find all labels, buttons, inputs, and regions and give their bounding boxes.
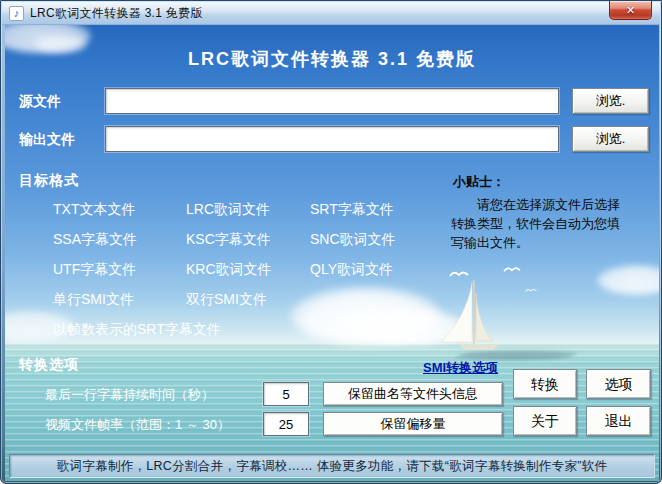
last-line-duration-label: 最后一行字幕持续时间（秒）: [45, 386, 214, 404]
exit-button[interactable]: 退出: [586, 406, 651, 436]
window-title: LRC歌词文件转换器 3.1 免费版: [30, 5, 203, 22]
format-option-smi-single[interactable]: 单行SMI文件: [53, 291, 186, 321]
format-option-lrc[interactable]: LRC歌词文件: [186, 201, 310, 231]
frame-rate-label: 视频文件帧率（范围：1 ～ 30）: [45, 416, 230, 434]
output-file-label: 输出文件: [19, 131, 75, 149]
format-options-grid: TXT文本文件 LRC歌词文件 SRT字幕文件 SSA字幕文件 KSC字幕文件 …: [53, 201, 473, 351]
title-bar: ♪ LRC歌词文件转换器 3.1 免费版: [2, 2, 660, 25]
cloud-decor: [597, 265, 659, 295]
tips-heading: 小贴士：: [453, 173, 505, 191]
format-option-txt[interactable]: TXT文本文件: [53, 201, 186, 231]
format-option-utf[interactable]: UTF字幕文件: [53, 261, 186, 291]
frame-rate-input[interactable]: [263, 412, 309, 436]
format-option-qly[interactable]: QLY歌词文件: [310, 261, 473, 291]
source-browse-button[interactable]: 浏览.: [572, 88, 649, 114]
keep-header-info-button[interactable]: 保留曲名等文件头信息: [323, 382, 503, 406]
options-button[interactable]: 选项: [586, 369, 651, 399]
source-file-input[interactable]: [105, 88, 559, 114]
tips-text: 请您在选择源文件后选择转换类型，软件会自动为您填写输出文件。: [451, 195, 627, 252]
format-option-srt[interactable]: SRT字幕文件: [310, 201, 473, 231]
format-option-snc[interactable]: SNC歌词文件: [310, 231, 473, 261]
seagull-icon: [525, 287, 537, 293]
format-option-krc[interactable]: KRC歌词文件: [186, 261, 310, 291]
conversion-options-heading: 转换选项: [19, 356, 79, 374]
smi-options-link[interactable]: SMI转换选项: [423, 359, 498, 377]
format-option-srt-frames[interactable]: 以帧数表示的SRT字幕文件: [53, 321, 473, 351]
status-text: 歌词字幕制作，LRC分割合并，字幕调校…… 体验更多功能，请下载“歌词字幕转换制…: [57, 458, 608, 475]
output-file-input[interactable]: [105, 126, 559, 152]
format-option-ssa[interactable]: SSA字幕文件: [53, 231, 186, 261]
page-title: LRC歌词文件转换器 3.1 免费版: [5, 47, 659, 71]
output-browse-button[interactable]: 浏览.: [572, 126, 649, 152]
source-file-label: 源文件: [19, 93, 61, 111]
format-option-ksc[interactable]: KSC字幕文件: [186, 231, 310, 261]
last-line-duration-input[interactable]: [263, 382, 309, 406]
convert-button[interactable]: 转换: [513, 369, 577, 399]
status-bar: 歌词字幕制作，LRC分割合并，字幕调校…… 体验更多功能，请下载“歌词字幕转换制…: [9, 454, 655, 478]
close-button[interactable]: ✕: [609, 1, 652, 20]
target-format-heading: 目标格式: [19, 172, 79, 190]
main-content: LRC歌词文件转换器 3.1 免费版 源文件 浏览. 输出文件 浏览. 目标格式…: [5, 25, 659, 481]
keep-offset-button[interactable]: 保留偏移量: [323, 412, 503, 436]
format-option-smi-double[interactable]: 双行SMI文件: [186, 291, 310, 321]
music-note-icon: ♪: [9, 6, 24, 21]
seagull-icon: [503, 265, 521, 273]
about-button[interactable]: 关于: [513, 406, 577, 436]
app-window: ♪ LRC歌词文件转换器 3.1 免费版 ✕: [0, 0, 662, 484]
